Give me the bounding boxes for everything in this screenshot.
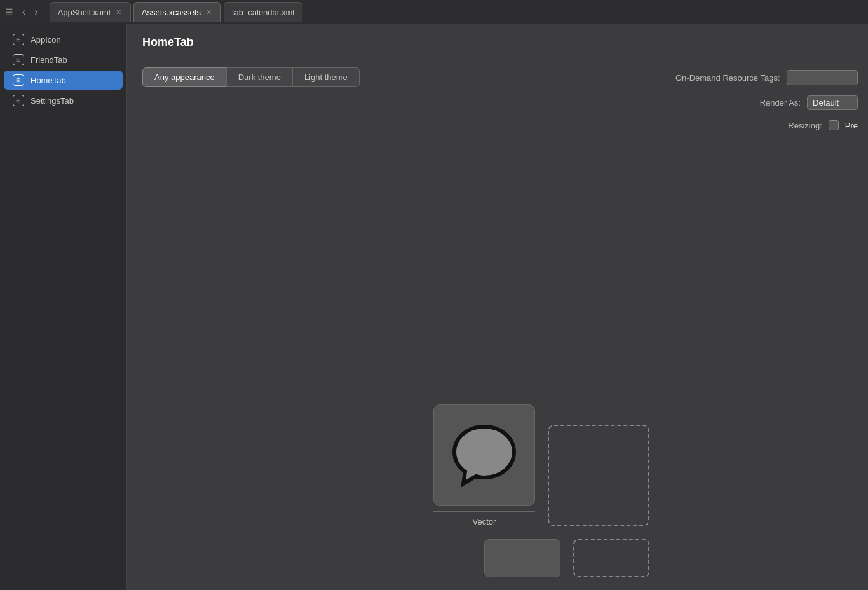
- hometab-icon: ⊞: [13, 74, 24, 86]
- sidebar-item-settingstab-label: SettingsTab: [31, 96, 74, 106]
- on-demand-value[interactable]: [787, 70, 858, 85]
- render-as-value[interactable]: Default: [807, 95, 858, 110]
- appicon-icon: ⊞: [13, 34, 24, 45]
- asset-title: HomeTab: [142, 36, 194, 48]
- tab-calendar-label: tab_calendar.xml: [232, 8, 294, 17]
- asset-slot-vector-divider: [433, 511, 535, 512]
- resizing-label: Resizing:: [788, 121, 822, 130]
- tab-light-theme[interactable]: Light theme: [292, 67, 360, 87]
- appearance-tabs: Any appearance Dark theme Light theme: [127, 57, 665, 87]
- canvas-grid: Vector: [127, 87, 665, 539]
- asset-slot-vector-box[interactable]: [433, 404, 535, 506]
- tab-any-appearance-label: Any appearance: [154, 72, 215, 82]
- tab-calendar[interactable]: tab_calendar.xml: [224, 2, 302, 22]
- resizing-pre-text: Pre: [845, 121, 858, 130]
- asset-detail: HomeTab Any appearance Dark theme: [127, 24, 868, 590]
- bottom-slots: [127, 539, 665, 590]
- tab-assets-label: Assets.xcassets: [142, 8, 201, 17]
- bottom-slot-1[interactable]: [484, 539, 560, 577]
- sidebar-item-appicon[interactable]: ⊞ AppIcon: [4, 30, 123, 49]
- tab-assets[interactable]: Assets.xcassets ✕: [133, 2, 221, 22]
- tab-dark-theme[interactable]: Dark theme: [226, 67, 293, 87]
- sidebar: ⊞ AppIcon ⊞ FriendTab ⊞ HomeTab ⊞ Settin…: [0, 24, 127, 590]
- tab-appshell[interactable]: AppShell.xaml ✕: [50, 2, 131, 22]
- sidebar-item-settingstab[interactable]: ⊞ SettingsTab: [4, 91, 123, 110]
- render-as-label: Render As:: [760, 98, 801, 107]
- sidebar-item-friendtab[interactable]: ⊞ FriendTab: [4, 50, 123, 69]
- bottom-slot-2[interactable]: [573, 539, 649, 577]
- main-area: ⊞ AppIcon ⊞ FriendTab ⊞ HomeTab ⊞ Settin…: [0, 24, 868, 590]
- chat-bubble-icon: [449, 420, 519, 490]
- resizing-row: Resizing: Pre: [675, 120, 858, 130]
- asset-header: HomeTab: [127, 24, 868, 57]
- tab-appshell-label: AppShell.xaml: [58, 8, 111, 17]
- content-area: HomeTab Any appearance Dark theme: [127, 24, 868, 590]
- nav-back-button[interactable]: ‹: [18, 5, 29, 19]
- resizing-checkbox[interactable]: [829, 120, 839, 130]
- sidebar-item-appicon-label: AppIcon: [31, 35, 61, 45]
- asset-slot-vector: Vector: [433, 404, 535, 526]
- tab-nav: ‹ ›: [18, 5, 42, 19]
- canvas-area: Any appearance Dark theme Light theme: [127, 57, 665, 590]
- tab-assets-close[interactable]: ✕: [205, 8, 213, 17]
- settingstab-icon: ⊞: [13, 95, 24, 106]
- asset-slot-empty-box[interactable]: [548, 425, 649, 526]
- asset-body: Any appearance Dark theme Light theme: [127, 57, 868, 590]
- tab-light-theme-label: Light theme: [304, 72, 348, 82]
- tab-any-appearance[interactable]: Any appearance: [142, 67, 227, 87]
- sidebar-toggle-button[interactable]: ☰: [5, 7, 13, 17]
- friendtab-icon: ⊞: [13, 54, 24, 65]
- properties-panel: On-Demand Resource Tags: Render As: Defa…: [665, 57, 868, 590]
- nav-forward-button[interactable]: ›: [31, 5, 41, 19]
- asset-slot-empty: [548, 425, 649, 526]
- on-demand-label: On-Demand Resource Tags:: [675, 73, 780, 83]
- sidebar-item-hometab-label: HomeTab: [31, 76, 66, 85]
- sidebar-item-hometab[interactable]: ⊞ HomeTab: [4, 71, 123, 90]
- on-demand-row: On-Demand Resource Tags:: [675, 70, 858, 85]
- sidebar-item-friendtab-label: FriendTab: [31, 55, 67, 65]
- tab-bar: ☰ ‹ › AppShell.xaml ✕ Assets.xcassets ✕ …: [0, 0, 868, 24]
- render-as-row: Render As: Default: [675, 95, 858, 110]
- asset-slot-vector-label: Vector: [473, 517, 496, 526]
- tab-dark-theme-label: Dark theme: [238, 72, 281, 82]
- tab-appshell-close[interactable]: ✕: [114, 8, 123, 17]
